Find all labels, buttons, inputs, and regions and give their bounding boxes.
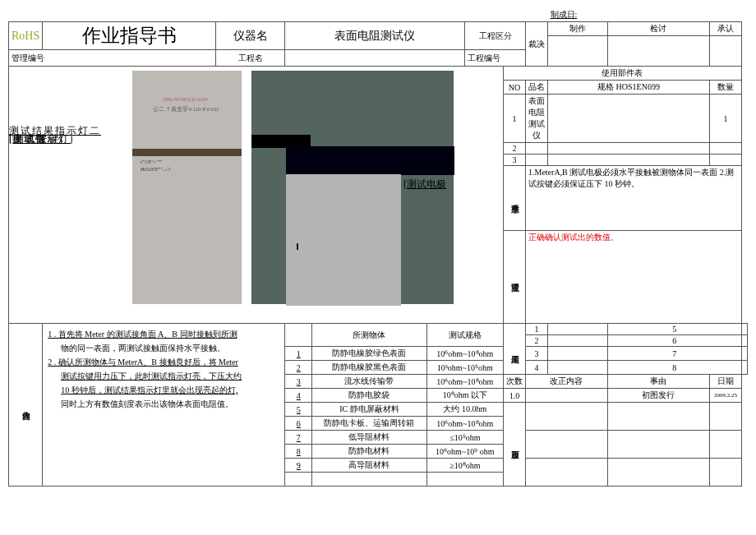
- work-text: 1 . 首先将 Meter 的测试接角面 A、B 同时接触到所测 物的同一表面，…: [43, 324, 285, 487]
- made-label: 制作: [548, 22, 608, 36]
- instrument-name: 表面电阻测试仪: [285, 22, 465, 50]
- parts-h-name: 品名: [526, 81, 548, 95]
- rev-r1c: 初图发行: [607, 389, 709, 403]
- instrument-name-label: 仪器名: [215, 22, 285, 50]
- parts-title: 使用部件表: [504, 67, 742, 81]
- review-cell: [607, 36, 709, 67]
- mat-h1: 所测物体: [312, 324, 426, 347]
- mat-n1: 1: [285, 347, 312, 361]
- parts-r1-name: 表面电阻测试仪: [526, 95, 548, 143]
- probe-label: [测试电极: [403, 178, 446, 191]
- parts-h-no: NO: [504, 81, 526, 95]
- keypt-text: 正确确认测试出的数值。: [526, 231, 742, 324]
- rev-h4: 日期: [709, 375, 741, 389]
- note-title: 注意事项: [504, 166, 526, 231]
- process-div-label: 工程区分: [465, 22, 526, 50]
- rev-r1a: 1.0: [504, 389, 526, 403]
- review-label: 检讨: [607, 22, 709, 36]
- mat-h2: 测试规格: [426, 324, 503, 347]
- approve-label: 承认: [709, 22, 741, 36]
- made-cell: [548, 36, 608, 67]
- rev-h1: 次数: [504, 375, 526, 389]
- date-made-label: 制成日:: [548, 8, 742, 22]
- mat-a1: 防静电橡胶绿色表面: [312, 347, 426, 361]
- device-photo-area: DHeSPIRSQUARE 公二 ？黄圭字V110 P'á'101 r'"CE"…: [9, 67, 503, 309]
- process-name-label: 工程名: [215, 50, 285, 67]
- rev-r1d: 2009.2.25: [709, 389, 741, 403]
- parts-h-qty: 数量: [709, 81, 741, 95]
- tools-title: 使用工具: [504, 324, 526, 375]
- rev-h3: 事由: [607, 375, 709, 389]
- work-title: 作业内容: [9, 324, 43, 487]
- note-text: 1.MeterA,B 测试电极必须水平接触被测物体同一表面 2.测试按键必须保证…: [526, 166, 742, 231]
- judge-label: 裁决: [526, 22, 548, 67]
- approve-cell: [709, 36, 741, 67]
- mgmt-no-label: 管理编号: [9, 50, 216, 67]
- rohs-mark: RoHS: [9, 22, 43, 50]
- sop-document: 制成日: RoHS 作业指导书 仪器名 表面电阻测试仪 工程区分 裁决 制作 检…: [8, 8, 748, 487]
- parts-h-spec: 规格 HOS1EN699: [548, 81, 710, 95]
- mat-b1: 10⁶ohm~10⁸ohm: [426, 347, 503, 361]
- process-no-label: 工程编号: [465, 50, 526, 67]
- rev-title: 改正履历: [504, 403, 526, 487]
- parts-r1-qty: 1: [709, 95, 741, 143]
- keypt-title: 重点管理: [504, 231, 526, 324]
- sop-title: 作业指导书: [43, 22, 216, 50]
- process-name: [285, 50, 465, 67]
- rev-h2: 改正内容: [526, 375, 608, 389]
